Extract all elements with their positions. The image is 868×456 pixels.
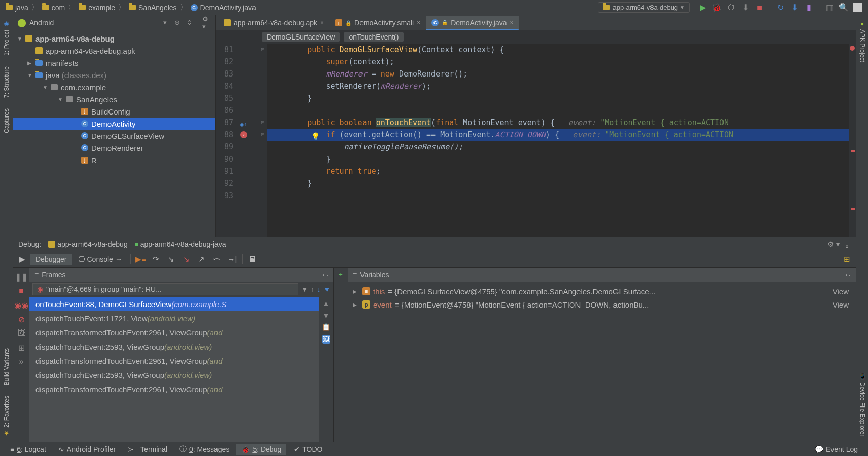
close-icon[interactable]: × [417, 19, 420, 26]
hide-icon[interactable]: →· [319, 271, 328, 279]
tool-tab-build-variants[interactable]: Build Variants [0, 343, 13, 390]
frame-row[interactable]: dispatchTransformedTouchEvent:2961, View… [29, 382, 319, 396]
status-tab-debug[interactable]: 🐞 5: Debug [236, 444, 286, 455]
debug-button[interactable]: 🐞 [712, 3, 722, 13]
tree-item-java[interactable]: ▼java (classes.dex) [13, 69, 215, 81]
debugger-tab[interactable]: Debugger [30, 254, 72, 265]
chevron-down-icon[interactable]: ▾ [160, 18, 169, 27]
console-tab[interactable]: 🖵Console → [73, 254, 127, 265]
status-tab-messages[interactable]: ⓘ 0: Messages [174, 443, 234, 455]
variable-row[interactable]: ▶ p event = {MotionEvent@4758} "MotionEv… [350, 298, 854, 311]
tree-item-apk[interactable]: app-arm64-v8a-debug.apk [13, 45, 215, 57]
breadcrumb-item[interactable]: SanAngeles [126, 3, 179, 12]
resume-button[interactable]: ▶ [15, 252, 29, 267]
run-to-cursor-button[interactable]: →| [225, 252, 239, 267]
close-icon[interactable]: × [320, 19, 324, 26]
frame-row[interactable]: onTouchEvent:88, DemoGLSurfaceView (com.… [29, 297, 319, 311]
code-content[interactable]: public DemoGLSurfaceView(Context context… [267, 44, 849, 237]
avatar-icon[interactable] [853, 3, 862, 12]
tree-item-manifests[interactable]: ▶manifests [13, 57, 215, 69]
tree-item-package[interactable]: ▼com.example [13, 81, 215, 93]
attach-debugger-button[interactable]: ⬇ [740, 3, 750, 13]
profile-button[interactable]: ⏱ [726, 3, 736, 13]
editor-crumb[interactable]: onTouchEvent() [344, 32, 404, 42]
avd-manager-button[interactable]: ⬇ [789, 3, 800, 13]
get-thread-dump-button[interactable]: 🖼 [15, 327, 27, 339]
settings-icon[interactable]: ⚙ ▾ [202, 18, 211, 27]
up-icon[interactable]: ▲ [323, 300, 330, 308]
debug-config[interactable]: app-arm64-v8a-debug-java [135, 240, 226, 248]
variable-row[interactable]: ▶ ≡ this = {DemoGLSurfaceView@4755} "com… [350, 285, 854, 298]
thread-combo[interactable]: ◉ "main"@4,669 in group "main": RU... [32, 283, 298, 295]
run-button[interactable]: ▶ [698, 3, 708, 13]
status-tab-todo[interactable]: ✔ TODO [288, 444, 328, 455]
editor-tab[interactable]: app-arm64-v8a-debug.apk× [218, 16, 330, 30]
frame-row[interactable]: dispatchTouchEvent:2593, ViewGroup (andr… [29, 339, 319, 354]
step-over-button[interactable]: ↷ [149, 252, 163, 267]
status-tab-terminal[interactable]: ≻_ Terminal [123, 444, 172, 455]
next-frame-button[interactable]: ↓ [317, 286, 321, 293]
frame-row[interactable]: dispatchTransformedTouchEvent:2961, View… [29, 325, 319, 339]
run-config-selector[interactable]: app-arm64-v8a-debug ▼ [598, 2, 690, 13]
breadcrumb-item[interactable]: example [76, 3, 117, 12]
add-watch-button[interactable]: + [339, 271, 343, 278]
sync-button[interactable]: ↻ [775, 3, 785, 13]
locate-icon[interactable]: ⊕ [172, 18, 182, 27]
icon-gutter[interactable]: ◉↑✓ [237, 44, 259, 237]
tool-tab-captures[interactable]: Captures [0, 103, 13, 138]
sdk-manager-button[interactable]: ▮ [804, 3, 814, 13]
prev-frame-button[interactable]: ↑ [311, 286, 314, 293]
pause-button[interactable]: ❚❚ [15, 271, 27, 283]
debug-config[interactable]: app-arm64-v8a-debug [48, 240, 128, 248]
layout-settings-button[interactable]: ⊞ [840, 252, 854, 267]
drop-frame-button[interactable]: ⤺ [210, 252, 224, 267]
down-icon[interactable]: ▼ [323, 312, 330, 319]
event-log-button[interactable]: 💬 Event Log [810, 444, 863, 455]
filter-button[interactable]: ▼ [323, 286, 330, 293]
breadcrumb-item[interactable]: java [3, 3, 30, 12]
tree-item-package[interactable]: ▼SanAngeles [13, 93, 215, 105]
hide-icon[interactable]: →· [842, 271, 851, 279]
editor-tab[interactable]: C🔒DemoActivity.java× [426, 16, 519, 30]
frame-row[interactable]: dispatchTransformedTouchEvent:2961, View… [29, 354, 319, 368]
chevron-down-icon[interactable]: ▼ [301, 286, 308, 293]
search-button[interactable]: 🔍 [839, 3, 849, 13]
show-execution-point-button[interactable]: ▶≡ [134, 252, 148, 267]
settings-button[interactable]: ⊞ [15, 341, 27, 354]
view-breakpoints-button[interactable]: ◉◉ [15, 299, 27, 311]
tool-tab-project[interactable]: 1: Project ◉ [0, 15, 13, 61]
status-tab-profiler[interactable]: ∿ Android Profiler [53, 444, 121, 455]
tree-item-class[interactable]: jBuildConfig [13, 105, 215, 118]
tree-item-class[interactable]: CDemoRenderer [13, 142, 215, 154]
close-icon[interactable]: × [510, 19, 513, 26]
project-view-selector[interactable]: Android [29, 19, 157, 27]
error-indicator-icon[interactable] [850, 46, 855, 51]
frame-row[interactable]: dispatchTouchEvent:11721, View (android.… [29, 311, 319, 325]
clipboard-icon[interactable]: 📋 [322, 323, 330, 331]
tree-item-class[interactable]: CDemoGLSurfaceView [13, 130, 215, 142]
tool-tab-favorites[interactable]: ★ 2: Favorites [0, 390, 13, 442]
tree-item-class[interactable]: CDemoActivity [13, 118, 215, 130]
screenshot-icon[interactable]: 🖼 [322, 335, 330, 344]
breadcrumb-item[interactable]: CDemoActivity.java [188, 3, 258, 12]
evaluate-button[interactable]: 🖩 [246, 252, 260, 267]
more-button[interactable]: » [15, 356, 27, 368]
tool-tab-apk-project[interactable]: ● APK Project [856, 15, 868, 68]
tool-tab-device-file-explorer[interactable]: 📱 Device File Explorer [856, 367, 868, 442]
breadcrumb-item[interactable]: com [40, 3, 67, 12]
stop-button[interactable]: ■ [754, 3, 765, 13]
error-stripe[interactable] [849, 44, 856, 237]
stop-button[interactable]: ■ [15, 285, 27, 297]
step-out-button[interactable]: ↗ [195, 252, 209, 267]
editor-crumb[interactable]: DemoGLSurfaceView [262, 32, 340, 42]
frame-row[interactable]: dispatchTouchEvent:2593, ViewGroup (andr… [29, 368, 319, 382]
tree-root[interactable]: ▼app-arm64-v8a-debug [13, 32, 215, 45]
code-editor[interactable]: 81828384858687888990919293 ◉↑✓ ⊟⊟⊟ publi… [216, 44, 856, 237]
marker[interactable] [851, 208, 855, 210]
project-structure-button[interactable]: ▥ [824, 3, 835, 13]
tool-tab-structure[interactable]: 7: Structure [0, 61, 13, 103]
settings-icon[interactable]: ⚙ ▾ [827, 240, 840, 248]
tree-item-class[interactable]: jR [13, 154, 215, 166]
marker[interactable] [851, 150, 855, 152]
editor-tab[interactable]: j🔒DemoActivity.smali× [330, 16, 426, 30]
